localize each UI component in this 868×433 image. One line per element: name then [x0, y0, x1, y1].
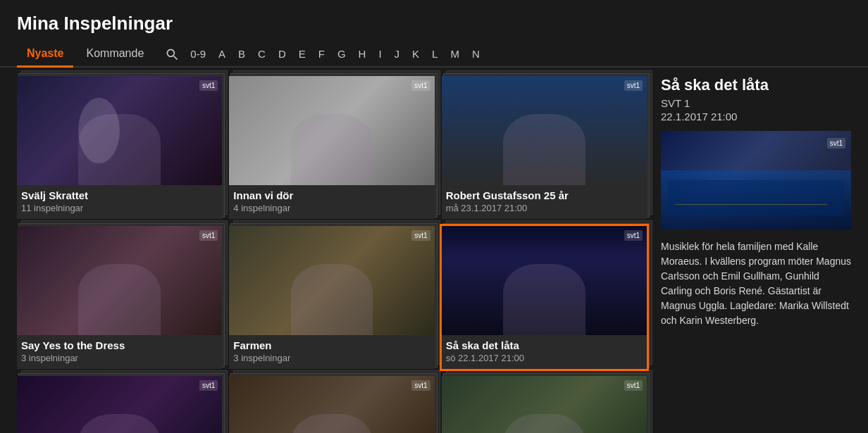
card-robert-gustafsson[interactable]: svt1Robert Gustafsson 25 årmå 23.1.2017 …: [442, 76, 647, 219]
card-sa-ska-det-lata[interactable]: svt1Så ska det låtasö 22.1.2017 21:00: [442, 226, 647, 369]
recordings-grid: svt1Svälj Skrattet11 inspelningarsvt1Inn…: [17, 76, 647, 433]
main-content: svt1Svälj Skrattet11 inspelningarsvt1Inn…: [0, 76, 868, 433]
thumb-figure: [503, 114, 585, 185]
alpha-item-c[interactable]: C: [252, 44, 271, 64]
card-fangarna-pa-fortet[interactable]: svt1Fångarna på fortet3 inspelningar: [442, 376, 647, 433]
thumb-figure: [78, 114, 161, 185]
card-thumb-robert-gustafsson: svt1: [442, 76, 647, 185]
page-header: Mina Inspelningar: [0, 0, 868, 42]
card-thumb-fangarna-pa-fortet: svt1: [442, 376, 647, 433]
svg-line-1: [174, 56, 178, 59]
thumb-figure: [503, 264, 585, 335]
card-innan-vi-dor[interactable]: svt1Innan vi dör4 inspelningar: [229, 76, 434, 219]
thumb-badge: svt1: [199, 80, 218, 91]
search-button[interactable]: [159, 44, 185, 64]
card-thumb-farmen: svt1: [229, 226, 434, 335]
thumb-figure: [291, 414, 373, 433]
card-title-robert-gustafsson: Robert Gustafsson 25 år: [446, 189, 643, 201]
card-title-sa-ska-det-lata: Så ska det låta: [446, 339, 643, 351]
card-title-say-yes: Say Yes to the Dress: [21, 339, 218, 351]
card-title-innan-vi-dor: Innan vi dör: [233, 189, 430, 201]
alpha-item-l[interactable]: L: [426, 44, 443, 64]
alpha-item-g[interactable]: G: [332, 44, 352, 64]
card-info-robert-gustafsson: Robert Gustafsson 25 årmå 23.1.2017 21:0…: [442, 185, 647, 219]
thumb-badge: svt1: [411, 80, 430, 91]
nav-tab-kommande[interactable]: Kommande: [76, 42, 154, 68]
card-thumb-sveriges-masterkock: svt1: [229, 376, 434, 433]
card-thumb-svalj-skrattet: svt1: [17, 76, 222, 185]
alpha-filter: 0-9ABCDEFGHIJKLMN: [185, 44, 485, 64]
card-sub-farmen: 3 inspelningar: [233, 353, 430, 363]
thumb-figure: [291, 264, 373, 335]
alpha-item-0-9[interactable]: 0-9: [185, 44, 211, 64]
detail-description: Musiklek för hela familjen med Kalle Mor…: [661, 239, 851, 328]
card-say-yes[interactable]: svt1Say Yes to the Dress3 inspelningar: [17, 226, 222, 369]
navigation-bar: NyasteKommande 0-9ABCDEFGHIJKLMN: [0, 42, 868, 68]
svg-point-0: [168, 49, 175, 56]
alpha-item-d[interactable]: D: [273, 44, 292, 64]
detail-panel: Så ska det låta SVT 1 22.1.2017 21:00 sv…: [661, 76, 851, 433]
alpha-item-i[interactable]: I: [373, 44, 387, 64]
thumb-badge: svt1: [624, 80, 643, 91]
alpha-item-m[interactable]: M: [445, 44, 465, 64]
card-voice-of-finland[interactable]: svt1The Voice Of Finland5 inspelningar: [17, 376, 222, 433]
card-farmen[interactable]: svt1Farmen3 inspelningar: [229, 226, 434, 369]
alpha-item-h[interactable]: H: [353, 44, 372, 64]
thumb-badge: svt1: [624, 230, 643, 241]
card-sub-svalj-skrattet: 11 inspelningar: [21, 203, 218, 213]
alpha-item-n[interactable]: N: [466, 44, 485, 64]
card-sveriges-masterkock[interactable]: svt1Sveriges mästerkock3 inspelningar: [229, 376, 434, 433]
card-info-sa-ska-det-lata: Så ska det låtasö 22.1.2017 21:00: [442, 335, 647, 369]
thumb-figure: [503, 414, 585, 433]
card-thumb-sa-ska-det-lata: svt1: [442, 226, 647, 335]
card-svalj-skrattet[interactable]: svt1Svälj Skrattet11 inspelningar: [17, 76, 222, 219]
detail-channel: SVT 1: [661, 97, 851, 109]
card-title-farmen: Farmen: [233, 339, 430, 351]
thumb-badge: svt1: [411, 380, 430, 391]
search-icon: [165, 47, 179, 61]
card-thumb-innan-vi-dor: svt1: [229, 76, 434, 185]
card-thumb-say-yes: svt1: [17, 226, 222, 335]
card-info-farmen: Farmen3 inspelningar: [229, 335, 434, 369]
card-sub-say-yes: 3 inspelningar: [21, 353, 218, 363]
alpha-item-j[interactable]: J: [389, 44, 406, 64]
thumb-badge: svt1: [199, 380, 218, 391]
alpha-item-a[interactable]: A: [213, 44, 231, 64]
detail-thumbnail: svt1: [661, 131, 851, 230]
card-thumb-voice-of-finland: svt1: [17, 376, 222, 433]
card-sub-sa-ska-det-lata: sö 22.1.2017 21:00: [446, 353, 643, 363]
nav-tab-nyaste[interactable]: Nyaste: [17, 42, 73, 68]
detail-svt-badge: svt1: [827, 138, 845, 149]
page-title: Mina Inspelningar: [17, 13, 851, 34]
detail-datetime: 22.1.2017 21:00: [661, 111, 851, 123]
thumb-figure: [291, 114, 373, 185]
card-sub-innan-vi-dor: 4 inspelningar: [233, 203, 430, 213]
card-info-say-yes: Say Yes to the Dress3 inspelningar: [17, 335, 222, 369]
card-title-svalj-skrattet: Svälj Skrattet: [21, 189, 218, 201]
alpha-item-b[interactable]: B: [232, 44, 251, 64]
thumb-figure: [78, 264, 161, 335]
card-sub-robert-gustafsson: må 23.1.2017 21:00: [446, 203, 643, 213]
alpha-item-k[interactable]: K: [407, 44, 425, 64]
thumb-badge: svt1: [624, 380, 643, 391]
thumb-badge: svt1: [411, 230, 430, 241]
detail-title: Så ska det låta: [661, 76, 851, 94]
card-info-svalj-skrattet: Svälj Skrattet11 inspelningar: [17, 185, 222, 219]
alpha-item-e[interactable]: E: [293, 44, 311, 64]
card-info-innan-vi-dor: Innan vi dör4 inspelningar: [229, 185, 434, 219]
thumb-figure: [78, 414, 161, 433]
thumb-badge: svt1: [199, 230, 218, 241]
alpha-item-f[interactable]: F: [313, 44, 330, 64]
